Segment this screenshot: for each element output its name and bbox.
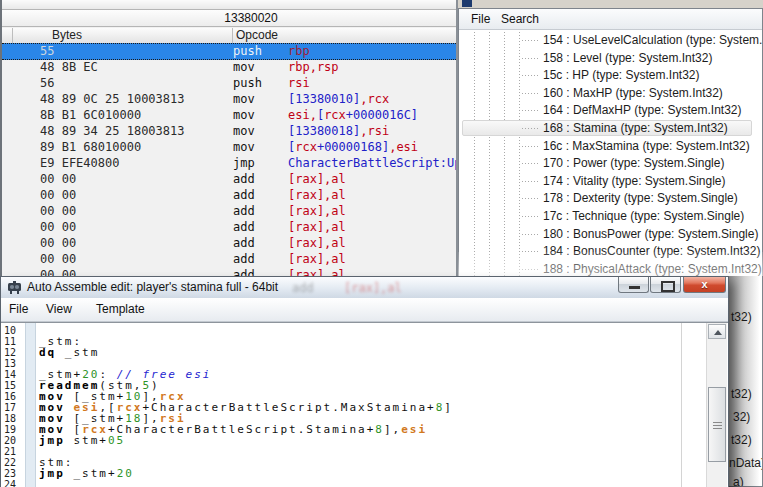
disasm-mnemonic: add	[233, 235, 255, 251]
cheat-engine-icon	[7, 281, 22, 294]
scroll-up-arrow[interactable]	[708, 324, 726, 339]
line-number: 24	[4, 479, 16, 487]
menu-search[interactable]: Search	[501, 9, 539, 29]
disasm-row[interactable]: 00 00add[rax],al	[2, 251, 456, 267]
vertical-scrollbar[interactable]	[706, 323, 727, 487]
script-editor[interactable]: 1011_stm:12dq _stm1314_stm+20: // free e…	[1, 322, 728, 487]
disasm-row[interactable]: 00 00add[rax],al	[2, 203, 456, 219]
line-number: 20	[4, 435, 16, 446]
code-line: 10	[1, 325, 728, 336]
disasm-mnemonic: mov	[233, 139, 255, 155]
line-number: 19	[4, 424, 16, 435]
minimize-icon	[629, 286, 640, 289]
tree-item[interactable]: 170 : Power (type: System.Single)	[459, 155, 762, 172]
line-number: 14	[4, 369, 16, 380]
disasm-row[interactable]: 55pushrbp	[2, 43, 456, 60]
disasm-mnemonic: add	[233, 219, 255, 235]
menu-template[interactable]: Template	[96, 298, 145, 321]
code-text[interactable]: jmp stm+05	[39, 435, 125, 446]
tree-item-label: 164 : DefMaxHP (type: System.Int32)	[543, 102, 742, 119]
disasm-row[interactable]: E9 EFE40800jmpCharacterBattleScript:Upd	[2, 155, 456, 171]
line-number: 13	[4, 358, 16, 369]
tree-item[interactable]: 168 : Stamina (type: System.Int32)	[459, 120, 762, 137]
minimize-button[interactable]	[618, 277, 649, 293]
maximize-button[interactable]	[650, 277, 681, 293]
tree-item[interactable]: 178 : Dexterity (type: System.Single)	[459, 190, 762, 207]
disasm-bytes: 00 00	[40, 235, 76, 251]
operand: rcx	[324, 108, 346, 122]
disasm-row[interactable]: 00 00add[rax],al	[2, 171, 456, 187]
tree-item-label: 160 : MaxHP (type: System.Int32)	[543, 85, 723, 102]
line-number: 21	[4, 446, 16, 457]
operand: [rax],al	[288, 252, 346, 266]
menu-view[interactable]: View	[46, 298, 72, 321]
operand: ,rsi	[360, 124, 389, 138]
window-drop-shadow	[729, 276, 763, 487]
operand: [rax],al	[288, 236, 346, 250]
tree-item[interactable]: 17c : Technique (type: System.Single)	[459, 208, 762, 225]
tree-item[interactable]: 158 : Level (type: System.Int32)	[459, 50, 762, 67]
line-number: 12	[4, 347, 16, 358]
disasm-mnemonic: add	[233, 203, 255, 219]
menu-file[interactable]: File	[471, 9, 490, 29]
operand: +0000016C]	[346, 108, 418, 122]
disasm-row[interactable]: 00 00add[rax],al	[2, 219, 456, 235]
code-text[interactable]: jmp _stm+20	[39, 468, 134, 479]
line-number: 15	[4, 380, 16, 391]
tree-item-label: 178 : Dexterity (type: System.Single)	[543, 190, 738, 207]
menu-file[interactable]: File	[9, 298, 28, 321]
disasm-row[interactable]: 89 B1 68010000mov[rcx+00000168],esi	[2, 139, 456, 155]
window-title: Auto Assemble edit: player's stamina ful…	[27, 277, 278, 298]
disasm-bytes: 55	[40, 44, 54, 59]
disasm-mnemonic: add	[233, 171, 255, 187]
dissect-menubar: File Search	[459, 9, 762, 30]
disasm-bytes: 56	[40, 75, 54, 91]
disasm-bytes: 48 89 0C 25 10003813	[40, 91, 185, 107]
disasm-operands: rbp,rsp	[288, 59, 339, 75]
code-line: 12dq _stm	[1, 347, 728, 358]
tree-connector	[522, 128, 540, 129]
disasm-mnemonic: mov	[233, 107, 255, 123]
operand: [rax],al	[288, 172, 346, 186]
disasm-row[interactable]: 48 8B ECmovrbp,rsp	[2, 59, 456, 75]
disasm-bytes: 89 B1 68010000	[40, 139, 141, 155]
operand: [rax],al	[288, 204, 346, 218]
tree-item-label: 16c : MaxStamina (type: System.Int32)	[543, 138, 750, 155]
tree-connector	[522, 216, 540, 217]
disasm-bytes: 00 00	[40, 219, 76, 235]
disasm-operands: rbp	[288, 44, 310, 59]
disasm-mnemonic: mov	[233, 91, 255, 107]
scrollbar-thumb[interactable]	[708, 387, 726, 462]
tree-item-label: 158 : Level (type: System.Int32)	[543, 50, 712, 67]
code-text[interactable]: dq _stm	[39, 347, 99, 358]
tree-item[interactable]: 164 : DefMaxHP (type: System.Int32)	[459, 102, 762, 119]
tree-item[interactable]: 174 : Vitality (type: System.Single)	[459, 173, 762, 190]
operand: +00000168]	[317, 140, 389, 154]
disasm-row[interactable]: 00 00add[rax],al	[2, 187, 456, 203]
tree-item[interactable]: 16c : MaxStamina (type: System.Int32)	[459, 138, 762, 155]
disasm-row[interactable]: 8B B1 6C010000movesi,[rcx+0000016C]	[2, 107, 456, 123]
disasm-row[interactable]: 48 89 34 25 18003813mov[13380018],rsi	[2, 123, 456, 139]
tree-item[interactable]: 160 : MaxHP (type: System.Int32)	[459, 85, 762, 102]
code-line: 21	[1, 446, 728, 457]
disasm-row[interactable]: 48 89 0C 25 10003813mov[13380010],rcx	[2, 91, 456, 107]
disasm-operands: [rax],al	[288, 171, 346, 187]
ghost-text: [rax],al	[344, 280, 402, 296]
disasm-row[interactable]: 00 00add[rax],al	[2, 235, 456, 251]
disasm-mnemonic: jmp	[233, 155, 255, 171]
tree-connector	[522, 58, 540, 59]
line-number: 11	[4, 336, 16, 347]
tree-connector	[522, 181, 540, 182]
tree-item-label: 170 : Power (type: System.Single)	[543, 155, 724, 172]
titlebar[interactable]: Auto Assemble edit: player's stamina ful…	[1, 277, 728, 299]
ghost-text: add	[292, 280, 314, 296]
disasm-mnemonic: add	[233, 187, 255, 203]
tree-item[interactable]: 154 : UseLevelCalculation (type: System.…	[459, 32, 762, 49]
disasm-row[interactable]: 56pushrsi	[2, 75, 456, 91]
tree-item-label: 15c : HP (type: System.Int32)	[543, 67, 700, 84]
tree-item[interactable]: 15c : HP (type: System.Int32)	[459, 67, 762, 84]
tree-item[interactable]: 180 : BonusPower (type: System.Single)	[459, 226, 762, 243]
disasm-bytes: E9 EFE40800	[40, 155, 119, 171]
thumb-grip	[713, 422, 722, 423]
close-button[interactable]: x	[683, 277, 726, 293]
